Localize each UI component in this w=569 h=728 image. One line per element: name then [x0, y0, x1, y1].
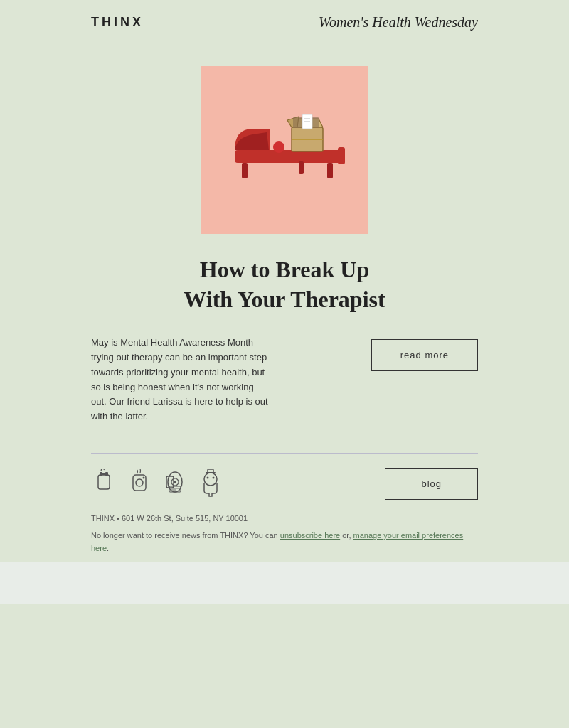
- therapy-illustration: [213, 90, 356, 210]
- svg-point-26: [204, 473, 217, 486]
- twitter-icon[interactable]: [91, 468, 117, 499]
- svg-rect-15: [100, 473, 108, 475]
- bottom-section: [0, 562, 569, 604]
- footer-unsubscribe: No longer want to receive news from THIN…: [0, 530, 569, 555]
- header: THINX Women's Health Wednesday: [0, 0, 569, 45]
- footer-address: THINX • 601 W 26th St, Suite 515, NY 100…: [0, 514, 569, 523]
- section-divider: [91, 453, 478, 454]
- read-more-button[interactable]: read more: [371, 339, 478, 371]
- footer-section: blog: [0, 468, 569, 500]
- svg-rect-2: [327, 163, 333, 178]
- blog-button[interactable]: blog: [385, 468, 478, 500]
- unsub-prefix: No longer want to receive news from THIN…: [91, 531, 280, 540]
- svg-point-28: [213, 477, 215, 479]
- svg-rect-0: [235, 150, 341, 163]
- period: .: [107, 544, 109, 552]
- newsletter-title: Women's Health Wednesday: [319, 14, 478, 31]
- or-text: or,: [340, 531, 353, 540]
- thinx-logo: THINX: [91, 15, 144, 30]
- snapchat-icon[interactable]: [198, 468, 223, 499]
- article-title-line2: With Your Therapist: [184, 287, 385, 312]
- svg-rect-23: [169, 486, 181, 492]
- svg-rect-12: [98, 475, 110, 489]
- svg-point-10: [273, 141, 284, 153]
- hero-image: [201, 66, 368, 234]
- unsubscribe-link[interactable]: unsubscribe here: [280, 531, 340, 540]
- social-icons-group: [91, 468, 223, 499]
- article-title-line1: How to Break Up: [200, 257, 370, 282]
- article-body: May is Mental Health Awareness Month — t…: [91, 336, 269, 424]
- svg-point-17: [136, 479, 143, 486]
- svg-point-22: [174, 481, 176, 483]
- svg-rect-3: [299, 161, 304, 174]
- svg-rect-1: [242, 163, 248, 178]
- hero-section: [0, 66, 569, 234]
- content-section: May is Mental Health Awareness Month — t…: [0, 336, 569, 424]
- svg-point-27: [207, 477, 209, 479]
- svg-rect-4: [338, 147, 345, 164]
- article-title: How to Break Up With Your Therapist: [107, 255, 462, 314]
- instagram-icon[interactable]: [127, 468, 152, 499]
- facebook-icon[interactable]: [162, 468, 188, 499]
- svg-rect-30: [208, 469, 213, 473]
- svg-point-18: [143, 477, 145, 479]
